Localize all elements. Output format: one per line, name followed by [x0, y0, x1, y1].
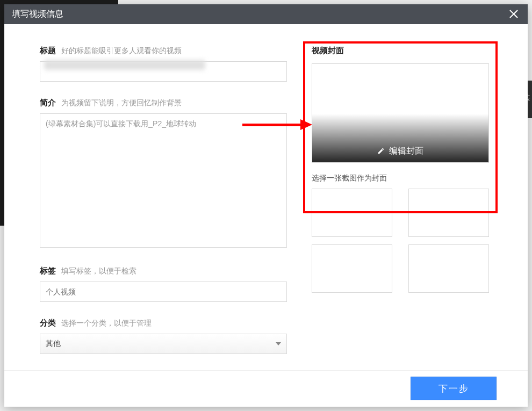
thumbnail-option[interactable]	[408, 189, 489, 237]
chevron-down-icon	[276, 342, 281, 345]
category-label: 分类	[40, 318, 56, 327]
title-redacted-content	[44, 60, 205, 70]
thumbnail-grid	[312, 189, 495, 293]
tag-input[interactable]	[40, 282, 287, 302]
category-field: 分类 选择一个分类，以便于管理 其他	[40, 318, 287, 354]
close-icon[interactable]	[507, 8, 520, 20]
description-label: 简介	[40, 98, 56, 107]
category-selected-value: 其他	[46, 339, 61, 349]
cover-section-title: 视频封面	[312, 46, 495, 56]
title-label: 标题	[40, 46, 56, 55]
dialog-header: 填写视频信息	[4, 4, 528, 24]
description-field: 简介 为视频留下说明，方便回忆制作背景	[40, 98, 287, 250]
cover-preview[interactable]: 编辑封面	[312, 63, 489, 163]
next-button[interactable]: 下一步	[411, 377, 497, 400]
description-textarea[interactable]	[40, 113, 287, 248]
edit-cover-button[interactable]: 编辑封面	[312, 146, 488, 157]
dialog-title: 填写视频信息	[12, 9, 63, 20]
thumbnail-option[interactable]	[408, 244, 489, 293]
title-field: 标题 好的标题能吸引更多人观看你的视频	[40, 46, 287, 82]
pencil-icon	[377, 147, 385, 155]
category-hint: 选择一个分类，以便于管理	[61, 319, 152, 327]
description-hint: 为视频留下说明，方便回忆制作背景	[61, 98, 182, 107]
title-hint: 好的标题能吸引更多人观看你的视频	[61, 46, 182, 55]
thumbnail-hint: 选择一张截图作为封面	[312, 174, 495, 183]
dialog-footer: 下一步	[4, 370, 528, 407]
tag-field: 标签 填写标签，以便于检索	[40, 266, 287, 302]
tag-label: 标签	[40, 266, 56, 275]
video-info-dialog: 填写视频信息 标题 好的标题能吸引更多人观看你的视频 简介 为视频留下说明，方便…	[4, 4, 528, 407]
edit-cover-label: 编辑封面	[389, 146, 423, 157]
thumbnail-option[interactable]	[312, 189, 392, 237]
category-select[interactable]: 其他	[40, 334, 287, 354]
tag-hint: 填写标签，以便于检索	[61, 266, 136, 275]
thumbnail-option[interactable]	[312, 244, 392, 293]
